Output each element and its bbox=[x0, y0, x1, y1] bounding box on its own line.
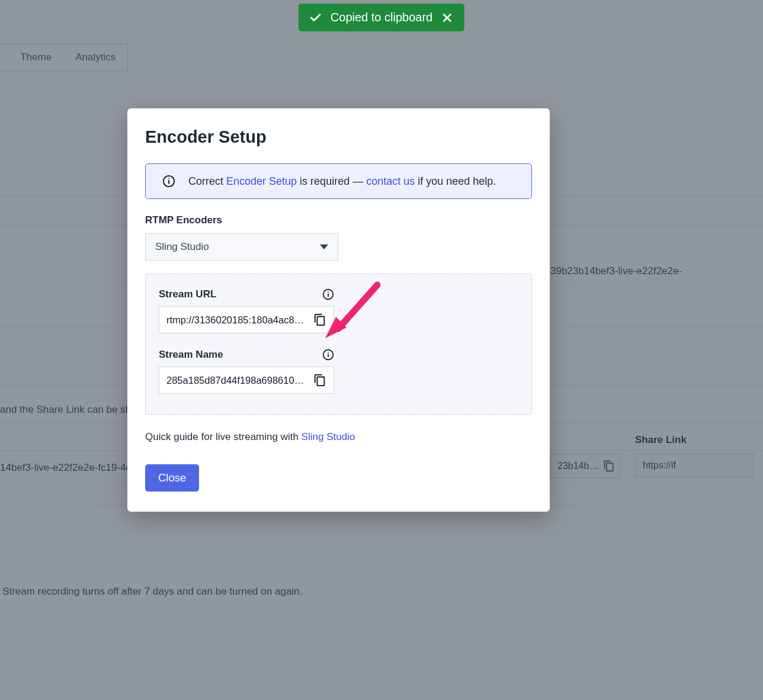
close-icon[interactable] bbox=[441, 11, 454, 24]
info-banner: Correct Encoder Setup is required — cont… bbox=[145, 163, 532, 199]
rtmp-encoders-label: RTMP Encoders bbox=[145, 214, 532, 226]
contact-us-link[interactable]: contact us bbox=[366, 175, 415, 187]
stream-name-label: Stream Name bbox=[159, 349, 223, 361]
check-icon bbox=[309, 11, 322, 24]
svg-point-10 bbox=[328, 352, 329, 353]
encoder-selected-value: Sling Studio bbox=[155, 241, 209, 253]
encoder-select[interactable]: Sling Studio bbox=[145, 233, 338, 261]
stream-name-field[interactable]: 285a185d87d44f198a698610… bbox=[159, 367, 334, 394]
copy-icon[interactable] bbox=[313, 374, 326, 387]
info-icon bbox=[162, 175, 175, 188]
copy-icon[interactable] bbox=[313, 313, 326, 326]
info-icon[interactable] bbox=[322, 349, 334, 361]
close-button[interactable]: Close bbox=[145, 464, 199, 492]
info-icon[interactable] bbox=[322, 288, 334, 300]
stream-url-label: Stream URL bbox=[159, 288, 216, 300]
sling-studio-link[interactable]: Sling Studio bbox=[302, 431, 355, 442]
stream-name-value: 285a185d87d44f198a698610… bbox=[166, 375, 309, 386]
stream-url-field[interactable]: rtmp://3136020185:180a4ac8… bbox=[159, 306, 334, 333]
encoder-setup-link[interactable]: Encoder Setup bbox=[226, 175, 297, 187]
chevron-down-icon bbox=[320, 243, 328, 251]
stream-url-value: rtmp://3136020185:180a4ac8… bbox=[166, 314, 309, 326]
svg-point-4 bbox=[168, 178, 169, 179]
modal-title: Encoder Setup bbox=[145, 127, 532, 147]
stream-fields-panel: Stream URL rtmp://3136020185:180a4ac8… S… bbox=[145, 274, 532, 415]
encoder-setup-modal: Encoder Setup Correct Encoder Setup is r… bbox=[127, 108, 550, 512]
toast-message: Copied to clipboard bbox=[331, 11, 432, 24]
toast: Copied to clipboard bbox=[299, 4, 464, 31]
info-banner-text: Correct Encoder Setup is required — cont… bbox=[188, 175, 496, 188]
quick-guide-text: Quick guide for live streaming with Slin… bbox=[145, 431, 532, 443]
svg-point-7 bbox=[328, 291, 329, 293]
